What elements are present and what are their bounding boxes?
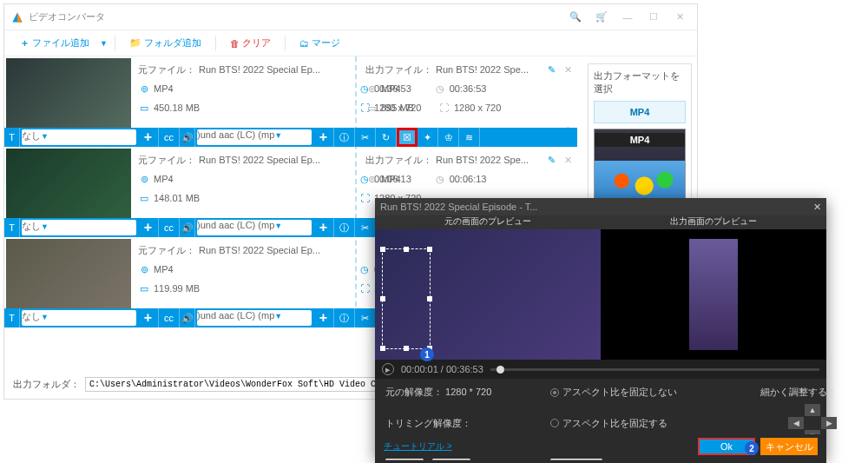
source-preview[interactable]: 1	[375, 229, 601, 360]
preview-src-label: 元の画面のプレビュー	[375, 215, 601, 229]
app-title: ビデオコンバータ	[29, 10, 105, 23]
audio-select[interactable]: )und aac (LC) (mp▼	[197, 220, 312, 235]
playbar: ▸ 00:00:01 / 00:36:53	[375, 360, 826, 379]
maximize-button[interactable]: ☐	[643, 9, 664, 26]
callout-badge-2: 2	[745, 441, 759, 455]
crop-button[interactable]: ☒	[397, 128, 418, 147]
crop-dialog: Run BTS! 2022 Special Episode - T... ✕ 元…	[375, 198, 826, 459]
nudge-up[interactable]: ▲	[805, 404, 820, 416]
thumbnail[interactable]	[6, 239, 131, 308]
remove-icon[interactable]: ✕	[564, 155, 572, 166]
thumbnail[interactable]	[6, 58, 131, 128]
audio-select[interactable]: )und aac (LC) (mp▼	[197, 129, 312, 145]
src-label: 元ファイル：	[138, 63, 195, 76]
search-icon[interactable]: 🔍	[565, 9, 586, 26]
tutorial-link[interactable]: チュートリアル >	[384, 440, 452, 453]
add-folder-button[interactable]: 📁フォルダ追加	[122, 34, 208, 52]
callout-badge-1: 1	[420, 347, 434, 361]
aspect-lock-radio[interactable]: アスペクト比を固定する	[550, 417, 689, 430]
subtitle-select[interactable]: なし▼	[22, 310, 136, 326]
add-file-button[interactable]: ＋ファイル追加	[13, 34, 96, 52]
trim-button[interactable]: ✂	[355, 128, 376, 147]
watermark-button[interactable]: ♔	[438, 128, 459, 147]
add-file-chevron-icon[interactable]: ▼	[100, 39, 108, 48]
format-icon: ⊚	[138, 83, 150, 95]
cc-icon[interactable]: cc	[159, 128, 180, 147]
toolbar: ＋ファイル追加 ▼ 📁フォルダ追加 🗑クリア 🗂マージ	[4, 30, 697, 56]
orig-res: 1280 * 720	[445, 387, 491, 397]
close-button[interactable]: ✕	[669, 9, 690, 26]
add-subtitle-button[interactable]: +	[138, 128, 159, 147]
src-name: Run BTS! 2022 Special Ep...	[199, 64, 320, 75]
format-select[interactable]: MP4	[594, 101, 686, 123]
app-logo-icon	[11, 11, 23, 23]
audio-icon: 🔊	[180, 128, 195, 147]
nudge-left[interactable]: ◀	[788, 417, 804, 429]
crop-rectangle[interactable]	[382, 248, 431, 349]
time-position: 00:00:01 / 00:36:53	[401, 364, 483, 374]
format-panel: 出力フォーマットを選択 MP4	[588, 63, 692, 218]
play-button[interactable]: ▸	[382, 363, 394, 375]
folder-icon: ▭	[138, 102, 150, 114]
minimize-button[interactable]: —	[617, 9, 638, 26]
subtitle-select[interactable]: なし▼	[22, 129, 136, 145]
output-folder-label: 出力フォルダ：	[13, 378, 80, 391]
merge-button[interactable]: 🗂マージ	[293, 34, 347, 52]
titlebar: ビデオコンバータ 🔍 🛒 — ☐ ✕	[4, 4, 697, 30]
audio-select[interactable]: )und aac (LC) (mp▼	[197, 310, 312, 326]
orig-res-label: 元の解像度：	[385, 387, 443, 397]
edit-icon[interactable]: ✎	[548, 64, 556, 76]
rotate-button[interactable]: ↻	[376, 128, 397, 147]
seek-track[interactable]	[490, 368, 819, 371]
output-preview	[601, 229, 826, 360]
action-row: T なし▼ + cc 🔊 )und aac (LC) (mp▼ + ⓘ ✂ ↻ …	[4, 128, 577, 147]
cancel-button[interactable]: キャンセル	[760, 438, 818, 455]
preview-out-label: 出力画面のプレビュー	[601, 215, 826, 229]
ok-button[interactable]: Ok2	[698, 438, 755, 455]
fine-adjust-label: 細かく調整する：	[760, 387, 837, 397]
trim-res-label: トリミング解像度：	[385, 417, 471, 430]
cart-icon[interactable]: 🛒	[591, 9, 612, 26]
filter-button[interactable]: ≋	[459, 128, 480, 147]
dialog-title: Run BTS! 2022 Special Episode - T...	[380, 202, 537, 212]
add-audio-button[interactable]: +	[313, 128, 334, 147]
info-button[interactable]: ⓘ	[334, 128, 355, 147]
dialog-close-button[interactable]: ✕	[813, 202, 821, 213]
subtitle-select[interactable]: なし▼	[22, 220, 136, 235]
clear-button[interactable]: 🗑クリア	[223, 34, 278, 52]
dialog-titlebar: Run BTS! 2022 Special Episode - T... ✕	[375, 198, 826, 215]
thumbnail[interactable]	[6, 149, 131, 218]
nudge-right[interactable]: ▶	[821, 417, 837, 429]
format-panel-title: 出力フォーマットを選択	[594, 69, 686, 96]
remove-icon[interactable]: ✕	[564, 64, 572, 76]
aspect-free-radio[interactable]: アスペクト比を固定しない	[550, 386, 689, 399]
src-format: MP4	[154, 83, 174, 94]
svg-marker-1	[17, 12, 23, 22]
subtitle-icon: T	[4, 128, 20, 147]
src-size: 450.18 MB	[154, 103, 200, 113]
effects-button[interactable]: ✦	[418, 128, 438, 147]
edit-icon[interactable]: ✎	[548, 155, 556, 166]
